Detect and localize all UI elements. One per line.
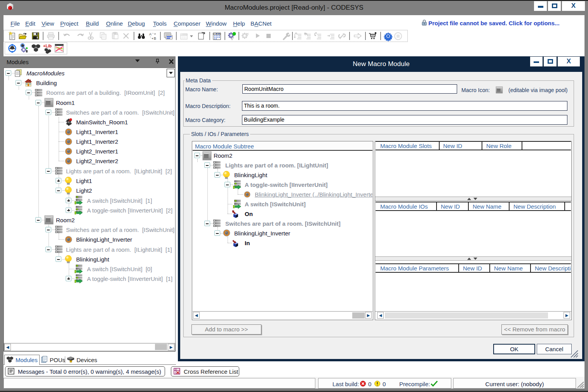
svg-text:A: A (149, 32, 151, 36)
svg-text:+Lib: +Lib (43, 44, 52, 48)
svg-text:B: B (154, 37, 156, 40)
